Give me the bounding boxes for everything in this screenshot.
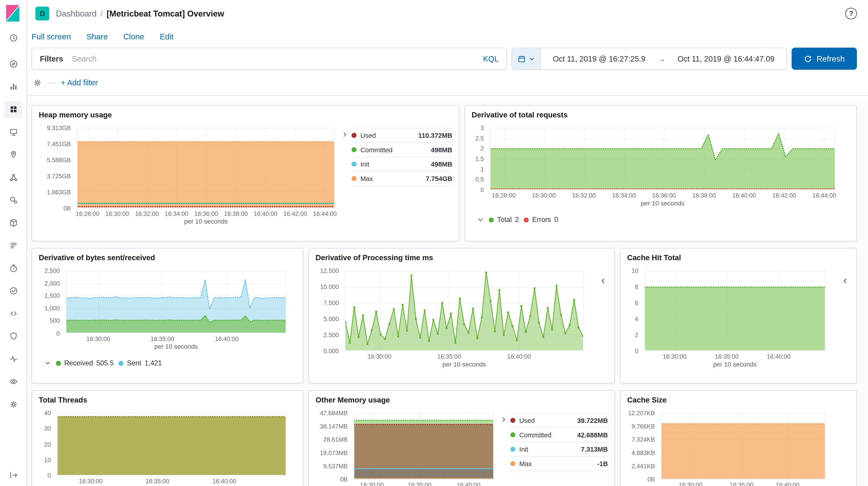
- chart-caption: per 10 seconds: [645, 361, 826, 369]
- x-axis-label: 16:28:00: [492, 192, 516, 199]
- chart-plot-area[interactable]: [77, 128, 335, 208]
- sidebar-item-logs[interactable]: [4, 237, 22, 254]
- sidebar-item-dev-tools[interactable]: [4, 305, 22, 322]
- x-axis-label: 16:40:00: [507, 353, 531, 360]
- legend-row[interactable]: Max -1B: [510, 457, 608, 471]
- sidebar-item-stack-monitoring[interactable]: [4, 351, 22, 368]
- add-filter-link[interactable]: + Add filter: [61, 78, 98, 87]
- chart-plot-area[interactable]: [345, 271, 583, 351]
- chart-plot-area[interactable]: [354, 413, 494, 480]
- legend-row[interactable]: Max 7.754GB: [351, 172, 452, 186]
- filters-button[interactable]: Filters: [32, 54, 71, 63]
- gear-icon: [33, 78, 42, 87]
- legend-collapse-icon[interactable]: [499, 413, 508, 486]
- search-bar: Filters KQL: [31, 48, 507, 70]
- sidebar-item-machine-learning[interactable]: [4, 169, 22, 186]
- clone-link[interactable]: Clone: [123, 32, 144, 41]
- x-axis-label: 16:40:00: [732, 192, 756, 199]
- x-axis-label: 16:30:00: [368, 353, 392, 360]
- legend-row[interactable]: Used 110.372MB: [351, 128, 452, 143]
- legend-collapse-icon[interactable]: [341, 128, 349, 226]
- chart-plot-area[interactable]: [57, 413, 286, 475]
- breadcrumb-dashboard-link[interactable]: Dashboard: [56, 9, 97, 18]
- y-axis-label: 1: [480, 166, 484, 173]
- legend-label: Max: [361, 175, 373, 182]
- legend-item[interactable]: Total 2: [489, 216, 519, 223]
- sidebar-item-visualize[interactable]: [4, 78, 22, 95]
- legend-item[interactable]: Received 505.5: [56, 359, 114, 367]
- legend-label: Total: [497, 216, 512, 223]
- y-axis-label: 2,000: [44, 280, 60, 286]
- chart-plot-area[interactable]: [645, 271, 826, 351]
- legend-row[interactable]: Committed 42.688MB: [510, 428, 608, 442]
- sidebar-item-dashboard[interactable]: [4, 101, 22, 118]
- search-input[interactable]: [71, 54, 475, 64]
- chart-plot-area[interactable]: [490, 128, 835, 190]
- sidebar-item-recently-viewed[interactable]: [4, 29, 22, 47]
- panel-title: Derivative of Processing time ms: [309, 248, 614, 262]
- share-link[interactable]: Share: [86, 32, 108, 41]
- query-bar: Filters KQL Oct 11, 2019 @ 16:27:25.9 → …: [31, 48, 857, 70]
- date-start[interactable]: Oct 11, 2019 @ 16:27:25.9: [540, 54, 657, 63]
- collapse-menu-icon[interactable]: [4, 468, 22, 482]
- legend-row[interactable]: Used 39.722MB: [510, 414, 608, 428]
- x-axis-label: 16:35:00: [730, 482, 753, 486]
- y-axis-label: 8: [635, 283, 638, 290]
- legend-dot: [510, 447, 516, 452]
- chart-plot-area[interactable]: [66, 271, 286, 333]
- legend-row[interactable]: Committed 498MB: [351, 143, 452, 157]
- legend-expand-icon[interactable]: [599, 277, 607, 285]
- siem-icon: [9, 331, 18, 341]
- sidebar-item-apm[interactable]: [4, 260, 22, 277]
- legend-row[interactable]: Init 498MB: [351, 157, 452, 172]
- refresh-button[interactable]: Refresh: [792, 48, 857, 70]
- legend-item[interactable]: Errors 0: [524, 216, 558, 223]
- x-axis-label: 16:35:00: [715, 353, 739, 360]
- sidebar-nav: [4, 29, 22, 419]
- y-axis-label: 2: [480, 145, 484, 152]
- sidebar-item-canvas[interactable]: [4, 124, 22, 141]
- gear-icon[interactable]: [33, 78, 42, 87]
- legend-dot: [510, 418, 516, 423]
- cache-size-chart[interactable]: 12.207KB9.766KB7.324KB4.883KB2.441KB0B16…: [627, 413, 826, 486]
- chart-plot-area[interactable]: [661, 413, 826, 480]
- sidebar-item-maps[interactable]: [4, 146, 22, 163]
- bytes-chart[interactable]: 2,5002,0001,5001,000500016:30:0016:35:00…: [39, 271, 286, 352]
- sidebar-item-graph[interactable]: [4, 191, 22, 209]
- legend-row[interactable]: Init 7.313MB: [510, 442, 608, 457]
- x-axis-label: 16:30:00: [105, 210, 129, 217]
- y-axis-label: 0B: [63, 205, 71, 211]
- y-axis-label: 7.451GB: [47, 141, 71, 147]
- legend-collapse-icon[interactable]: [477, 216, 484, 223]
- cache-hit-chart[interactable]: 108642016:30:0016:35:0016:40:00per 10 se…: [627, 271, 826, 369]
- legend-expand-icon[interactable]: [841, 277, 849, 285]
- date-end[interactable]: Oct 11, 2019 @ 16:44:47.09: [665, 54, 786, 63]
- processing-time-chart[interactable]: 12.50010.0007.5005.0002.5000.00016:30:00…: [315, 271, 583, 369]
- y-axis-label: 0: [48, 472, 51, 479]
- y-axis-label: 1,500: [44, 292, 60, 299]
- y-axis-label: 7.500: [323, 300, 339, 306]
- total-threads-chart[interactable]: 40302010016:30:0016:35:0016:40:00per 10 …: [39, 413, 286, 486]
- y-axis-label: 38.147MB: [320, 423, 348, 429]
- other-memory-chart[interactable]: 47.684MB38.147MB28.61MB19.073MB9.537MB0B…: [315, 413, 494, 486]
- heap-memory-chart[interactable]: 9.313GB7.451GB5.588GB3.725GB1.863GB0B16:…: [39, 128, 335, 226]
- kibana-logo-icon[interactable]: [6, 5, 21, 22]
- legend-item[interactable]: Sent 1,421: [119, 359, 162, 367]
- sidebar-item-watcher[interactable]: [4, 373, 22, 390]
- sidebar-item-siem[interactable]: [4, 328, 22, 345]
- space-badge[interactable]: D: [35, 6, 49, 20]
- x-axis-label: 16:38:00: [224, 210, 248, 217]
- sidebar-item-uptime[interactable]: [4, 282, 22, 300]
- x-axis-label: 16:42:00: [772, 192, 796, 199]
- legend-label: Committed: [519, 431, 552, 439]
- legend-collapse-icon[interactable]: [44, 360, 51, 366]
- edit-link[interactable]: Edit: [160, 32, 174, 41]
- help-icon[interactable]: ?: [845, 7, 857, 19]
- total-requests-chart[interactable]: 32.521.510.5016:28:0016:30:0016:32:0016:…: [471, 128, 835, 208]
- sidebar-item-infrastructure[interactable]: [4, 214, 22, 232]
- calendar-button[interactable]: [512, 48, 540, 69]
- sidebar-item-discover[interactable]: [4, 55, 22, 72]
- full-screen-link[interactable]: Full screen: [31, 32, 71, 41]
- sidebar-item-management[interactable]: [4, 396, 22, 413]
- kql-button[interactable]: KQL: [475, 54, 506, 63]
